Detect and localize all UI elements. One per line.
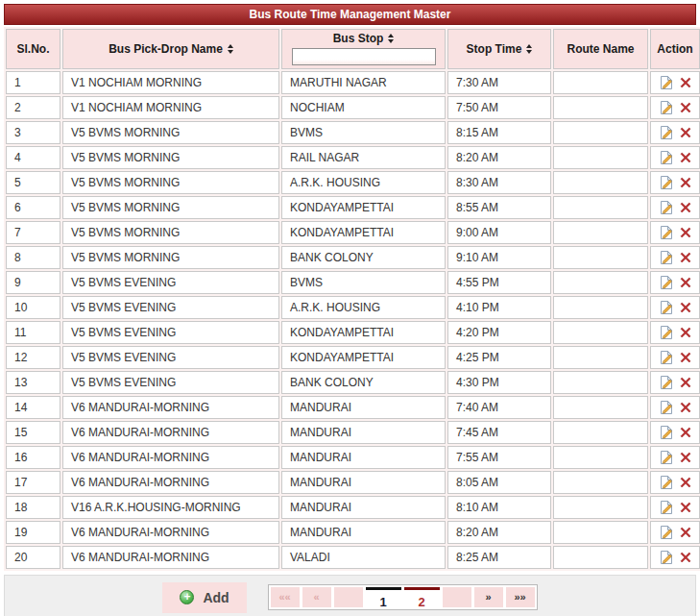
delete-icon bbox=[679, 126, 692, 139]
edit-button[interactable] bbox=[659, 225, 674, 240]
column-header-pick-drop-name[interactable]: Bus Pick-Drop Name bbox=[62, 29, 279, 69]
table-row: 8 V5 BVMS MORNING BANK COLONY 9:10 AM bbox=[6, 246, 700, 269]
delete-button[interactable] bbox=[679, 476, 692, 489]
cell-action bbox=[650, 471, 700, 494]
edit-button[interactable] bbox=[659, 375, 674, 390]
cell-action bbox=[650, 96, 700, 119]
delete-button[interactable] bbox=[679, 451, 692, 464]
edit-button[interactable] bbox=[659, 450, 674, 465]
edit-button[interactable] bbox=[659, 100, 674, 115]
delete-button[interactable] bbox=[679, 151, 692, 164]
column-label: Stop Time bbox=[467, 42, 522, 56]
table-row: 20 V6 MANDURAI-MORNING VALADI 8:25 AM bbox=[6, 546, 700, 569]
cell-pick-drop-name: V5 BVMS MORNING bbox=[62, 196, 279, 219]
delete-button[interactable] bbox=[679, 201, 692, 214]
delete-button[interactable] bbox=[679, 401, 692, 414]
column-header-bus-stop[interactable]: Bus Stop bbox=[281, 29, 446, 69]
cell-route-name bbox=[553, 271, 648, 294]
cell-sl-no: 13 bbox=[6, 371, 60, 394]
edit-button[interactable] bbox=[659, 200, 674, 215]
cell-bus-stop: KONDAYAMPETTAI bbox=[281, 321, 446, 344]
edit-button[interactable] bbox=[659, 550, 674, 565]
delete-button[interactable] bbox=[679, 76, 692, 89]
pagination-last-button[interactable]: »» bbox=[506, 587, 535, 607]
cell-action bbox=[650, 146, 700, 169]
cell-bus-stop: MANDURAI bbox=[281, 421, 446, 444]
delete-button[interactable] bbox=[679, 426, 692, 439]
cell-route-name bbox=[553, 446, 648, 469]
cell-pick-drop-name: V6 MANDURAI-MORNING bbox=[62, 471, 279, 494]
edit-button[interactable] bbox=[659, 175, 674, 190]
table-row: 17 V6 MANDURAI-MORNING MANDURAI 8:05 AM bbox=[6, 471, 700, 494]
delete-button[interactable] bbox=[679, 301, 692, 314]
cell-action bbox=[650, 196, 700, 219]
cell-action bbox=[650, 246, 700, 269]
cell-sl-no: 16 bbox=[6, 446, 60, 469]
edit-button[interactable] bbox=[659, 300, 674, 315]
cell-pick-drop-name: V5 BVMS MORNING bbox=[62, 146, 279, 169]
edit-button[interactable] bbox=[659, 500, 674, 515]
edit-button[interactable] bbox=[659, 425, 674, 440]
cell-sl-no: 5 bbox=[6, 171, 60, 194]
add-button[interactable]: + Add bbox=[162, 582, 246, 613]
edit-button[interactable] bbox=[659, 350, 674, 365]
edit-icon bbox=[659, 550, 674, 565]
edit-button[interactable] bbox=[659, 525, 674, 540]
page-button-2[interactable]: 2 bbox=[404, 587, 440, 607]
table-row: 15 V6 MANDURAI-MORNING MANDURAI 7:45 AM bbox=[6, 421, 700, 444]
delete-button[interactable] bbox=[679, 351, 692, 364]
cell-bus-stop: A.R.K. HOUSING bbox=[281, 171, 446, 194]
delete-button[interactable] bbox=[679, 526, 692, 539]
delete-button[interactable] bbox=[679, 251, 692, 264]
page-button-1[interactable]: 1 bbox=[366, 587, 401, 607]
edit-button[interactable] bbox=[659, 75, 674, 90]
delete-button[interactable] bbox=[679, 376, 692, 389]
cell-route-name bbox=[553, 421, 648, 444]
column-header-sl-no: Sl.No. bbox=[6, 29, 60, 69]
edit-button[interactable] bbox=[659, 250, 674, 265]
delete-button[interactable] bbox=[679, 326, 692, 339]
cell-pick-drop-name: V5 BVMS EVENING bbox=[62, 321, 279, 344]
cell-stop-time: 4:10 PM bbox=[447, 296, 551, 319]
cell-pick-drop-name: V6 MANDURAI-MORNING bbox=[62, 396, 279, 419]
delete-button[interactable] bbox=[679, 276, 692, 289]
delete-button[interactable] bbox=[679, 126, 692, 139]
delete-icon bbox=[679, 501, 692, 514]
edit-button[interactable] bbox=[659, 400, 674, 415]
edit-button[interactable] bbox=[659, 275, 674, 290]
table-row: 5 V5 BVMS MORNING A.R.K. HOUSING 8:30 AM bbox=[6, 171, 700, 194]
cell-stop-time: 7:30 AM bbox=[447, 71, 551, 94]
column-header-stop-time[interactable]: Stop Time bbox=[447, 29, 551, 69]
edit-button[interactable] bbox=[659, 475, 674, 490]
cell-pick-drop-name: V5 BVMS EVENING bbox=[62, 371, 279, 394]
delete-button[interactable] bbox=[679, 501, 692, 514]
table-row: 14 V6 MANDURAI-MORNING MANDURAI 7:40 AM bbox=[6, 396, 700, 419]
cell-bus-stop: BANK COLONY bbox=[281, 246, 446, 269]
delete-icon bbox=[679, 176, 692, 189]
cell-sl-no: 7 bbox=[6, 221, 60, 244]
edit-icon bbox=[659, 400, 674, 415]
edit-button[interactable] bbox=[659, 125, 674, 140]
cell-stop-time: 8:20 AM bbox=[447, 146, 551, 169]
pagination-next-button[interactable]: » bbox=[474, 587, 503, 607]
bus-stop-filter-input[interactable] bbox=[292, 48, 436, 65]
cell-stop-time: 8:30 AM bbox=[447, 171, 551, 194]
delete-button[interactable] bbox=[679, 176, 692, 189]
edit-icon bbox=[659, 500, 674, 515]
cell-pick-drop-name: V16 A.R.K.HOUSING-MORNING bbox=[62, 496, 279, 519]
edit-button[interactable] bbox=[659, 325, 674, 340]
cell-action bbox=[650, 71, 700, 94]
delete-button[interactable] bbox=[679, 101, 692, 114]
cell-pick-drop-name: V5 BVMS MORNING bbox=[62, 221, 279, 244]
delete-icon bbox=[679, 351, 692, 364]
delete-icon bbox=[679, 526, 692, 539]
delete-button[interactable] bbox=[679, 551, 692, 564]
table-row: 3 V5 BVMS MORNING BVMS 8:15 AM bbox=[6, 121, 700, 144]
edit-icon bbox=[659, 150, 674, 165]
delete-button[interactable] bbox=[679, 226, 692, 239]
cell-pick-drop-name: V6 MANDURAI-MORNING bbox=[62, 446, 279, 469]
cell-pick-drop-name: V6 MANDURAI-MORNING bbox=[62, 421, 279, 444]
cell-sl-no: 9 bbox=[6, 271, 60, 294]
cell-route-name bbox=[553, 471, 648, 494]
edit-button[interactable] bbox=[659, 150, 674, 165]
